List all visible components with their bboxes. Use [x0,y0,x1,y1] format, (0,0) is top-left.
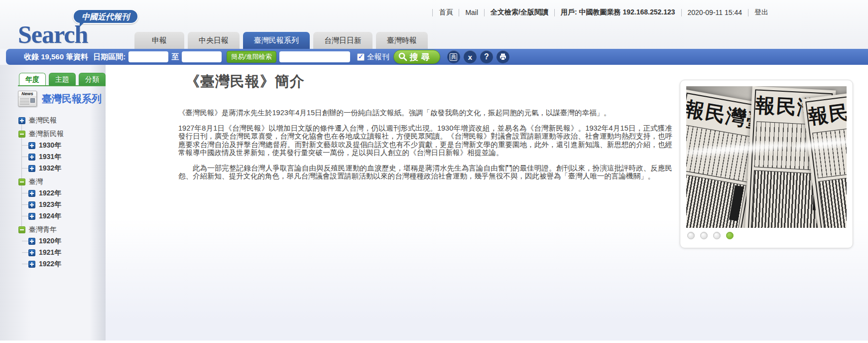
tree-node-taiwan-minbao[interactable]: 臺灣民報 [0,115,106,126]
sidebar: 年度 主題 分類 News 臺灣民報系列 臺灣民報 臺灣新民報 [0,65,106,343]
expand-icon[interactable] [28,165,35,172]
date-to-input[interactable] [182,51,222,62]
search-logo: Search [18,20,88,49]
page-title: 《臺灣民報》簡介 [185,72,305,92]
carousel-dot-1[interactable] [687,232,695,239]
nav-mail[interactable]: Mail [465,8,478,16]
nav-user-info: 用戶: 中國教圖業務 192.168.252.123 [561,8,675,17]
record-count-label: 收錄 19,560 筆資料 [24,52,88,62]
footer-strip [0,341,868,343]
main-content: 《臺灣民報》簡介 《臺灣民報》是蔣渭水先生於1923年4月15日創辦的一份純白話… [106,65,868,343]
sidebar-tab-underline [18,85,108,86]
tree-node-year[interactable]: 1921年 [0,247,106,258]
date-range-label: 日期區間: [93,52,125,62]
tab-taiwan-nichinichi[interactable]: 台灣日日新 [313,32,372,49]
toolbar-icons: 典 x ? [447,50,509,63]
nav-datetime: 2020-09-11 15:44 [688,8,743,16]
sidebar-tab-year[interactable]: 年度 [19,73,46,85]
carousel-dot-2[interactable] [700,232,708,239]
tab-shenbao[interactable]: 申報 [134,32,184,49]
sidebar-tab-category[interactable]: 分類 [79,73,106,85]
nav-divider [484,9,485,16]
magnifier-icon [398,52,408,62]
tree-node-year[interactable]: 1924年 [0,210,106,222]
collapse-icon[interactable] [18,226,25,233]
tree-node-year[interactable]: 1920年 [0,235,106,247]
tree-node-year[interactable]: 1922年 [0,258,106,270]
sidebar-tabs: 年度 主題 分類 [19,73,106,85]
tree-node-year[interactable]: 1931年 [0,151,106,163]
nav-divider [554,9,555,16]
search-bar: 收錄 19,560 筆資料 日期區間: 至 簡易/進階檢索 全報刊 搜尋 典 x… [6,49,868,65]
nav-divider [432,9,433,16]
expand-icon[interactable] [28,201,35,208]
expand-icon[interactable] [28,238,35,245]
keyword-input[interactable] [279,51,350,62]
expand-icon[interactable] [28,190,35,197]
expand-icon[interactable] [18,117,25,124]
intro-paragraph: 此為一部完整記錄台灣人爭取言論自由與反殖民運動的血淚歷史，堪稱是蔣渭水先生為言論… [178,164,672,180]
tree-node-taiwan-seinen[interactable]: 臺灣青年 [0,224,106,235]
sidebar-tab-topic[interactable]: 主題 [49,73,76,85]
all-publications-checkbox[interactable] [357,53,365,61]
tab-taiwan-minbao-series[interactable]: 臺灣民報系列 [243,32,310,49]
expand-icon[interactable] [28,261,35,268]
site-badge: 中國近代報刊 [73,9,138,24]
gallery-card: 報民灣臺 報民灣臺 報民灣臺 [680,80,853,248]
nav-home[interactable]: 首頁 [439,8,453,17]
close-icon[interactable]: x [464,50,477,63]
tab-taiwan-times[interactable]: 臺灣時報 [376,32,428,49]
carousel-dot-4[interactable] [726,232,734,239]
intro-paragraph: 《臺灣民報》是蔣渭水先生於1923年4月15日創辦的一份純白話文報紙。強調「啟發… [178,109,672,117]
expand-icon[interactable] [28,142,35,149]
newspaper-photo: 報民灣臺 報民灣臺 報民灣臺 [686,86,847,228]
nav-divider [681,9,682,16]
date-to-label: 至 [171,52,179,62]
tree-node-year[interactable]: 1930年 [0,140,106,151]
nav-logout[interactable]: 登出 [754,8,768,17]
carousel-dot-3[interactable] [713,232,721,239]
nav-divider [459,9,459,16]
expand-icon[interactable] [28,249,35,256]
tree-node-taiwan[interactable]: 臺灣 [0,176,106,187]
carousel-dots [687,232,734,239]
top-bar: Search 中國近代報刊 首頁 Mail 全文檢索/全版閱讀 用戶: 中國教圖… [0,0,868,49]
tab-central-daily[interactable]: 中央日報 [188,32,240,49]
expand-icon[interactable] [28,154,35,161]
intro-paragraph: 1927年8月1日《台灣民報》以增加日文版的條件遷入台灣，仍以週刊形式出現。19… [178,124,672,157]
newspaper-tabs: 申報 中央日報 臺灣民報系列 台灣日日新 臺灣時報 [134,32,428,49]
help-icon[interactable]: ? [480,50,493,63]
collapse-icon[interactable] [18,131,25,138]
date-from-input[interactable] [128,51,168,62]
sidebar-title: 臺灣民報系列 [42,92,102,106]
search-button[interactable]: 搜尋 [393,50,440,64]
nav-fulltext[interactable]: 全文檢索/全版閱讀 [491,8,548,17]
year-tree: 臺灣民報 臺灣新民報 1930年 1931年 1932年 臺灣 [0,113,106,270]
intro-text: 《臺灣民報》是蔣渭水先生於1923年4月15日創辦的一份純白話文報紙。強調「啟發… [178,109,672,187]
collapse-icon[interactable] [18,178,25,185]
top-nav: 首頁 Mail 全文檢索/全版閱讀 用戶: 中國教圖業務 192.168.252… [432,8,768,17]
tree-node-year[interactable]: 1932年 [0,163,106,174]
search-mode-button[interactable]: 簡易/進階檢索 [227,51,276,63]
expand-icon[interactable] [28,213,35,220]
nav-divider [748,9,748,16]
newspaper-icon: News [18,91,37,107]
tree-node-year[interactable]: 1922年 [0,187,106,199]
tree-node-year[interactable]: 1923年 [0,199,106,210]
page: Search 中國近代報刊 首頁 Mail 全文檢索/全版閱讀 用戶: 中國教圖… [0,0,868,343]
all-publications-label: 全報刊 [367,52,389,62]
print-icon[interactable] [496,50,509,63]
tree-node-taiwan-shinminbao[interactable]: 臺灣新民報 [0,128,106,140]
sidebar-title-row: News 臺灣民報系列 [18,91,102,107]
dictionary-icon[interactable]: 典 [447,50,460,63]
search-button-label: 搜尋 [410,51,433,63]
